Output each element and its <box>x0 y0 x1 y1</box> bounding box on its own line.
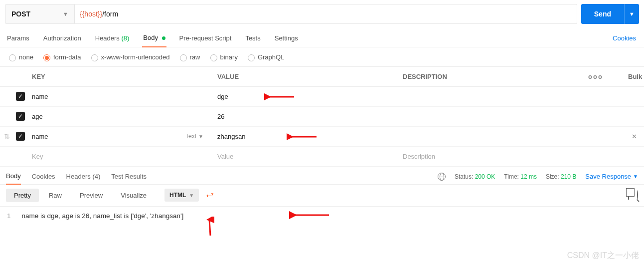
checkbox-checked-icon[interactable]: ✓ <box>16 112 25 121</box>
table-header-row: KEY VALUE DESCRIPTION ooo Bulk Edit <box>0 67 644 87</box>
col-description: DESCRIPTION <box>399 73 584 80</box>
table-row: ✓ age 26 <box>0 107 644 127</box>
radio-icon <box>9 54 16 61</box>
cell-key[interactable]: name <box>32 133 48 140</box>
body-type-graphql[interactable]: GraphQL <box>248 53 284 61</box>
url-variable: {{host}} <box>80 10 102 18</box>
radio-icon <box>43 54 50 61</box>
col-value: VALUE <box>213 73 399 80</box>
response-meta: Status: 200 OK Time: 12 ms Size: 210 B S… <box>438 173 638 181</box>
mode-pretty[interactable]: Pretty <box>6 189 39 202</box>
url-input[interactable]: {{host}}/form <box>75 4 577 24</box>
chevron-down-icon: ▼ <box>189 193 194 198</box>
response-text: name is dge, age is 26, name_list is ['d… <box>22 212 184 220</box>
form-data-table: KEY VALUE DESCRIPTION ooo Bulk Edit ✓ na… <box>0 66 644 167</box>
tab-pre-request[interactable]: Pre-request Script <box>178 30 233 47</box>
chevron-down-icon: ▼ <box>63 11 68 17</box>
drag-handle-icon[interactable]: ⇅ <box>0 132 12 140</box>
send-button[interactable]: Send <box>581 4 624 24</box>
body-type-options: none form-data x-www-form-urlencoded raw… <box>0 47 644 66</box>
mode-raw[interactable]: Raw <box>41 189 70 202</box>
res-tab-body[interactable]: Body <box>6 172 21 185</box>
request-tabs: Params Authorization Headers (8) Body Pr… <box>0 30 644 47</box>
tab-params[interactable]: Params <box>6 30 30 47</box>
res-tab-cookies[interactable]: Cookies <box>32 173 55 180</box>
type-dropdown[interactable]: Text▼ <box>185 133 209 140</box>
line-number: 1 <box>7 212 11 220</box>
radio-icon <box>180 54 187 61</box>
cookies-link[interactable]: Cookies <box>612 30 638 47</box>
cell-key[interactable]: name <box>28 93 213 100</box>
tab-headers[interactable]: Headers (8) <box>94 30 131 47</box>
body-type-raw[interactable]: raw <box>180 53 200 61</box>
annotation-arrow-icon <box>204 217 214 237</box>
cell-value[interactable]: 26 <box>213 113 399 120</box>
dot-indicator-icon <box>162 36 165 40</box>
chevron-down-icon: ▼ <box>198 134 203 139</box>
body-type-form-data[interactable]: form-data <box>43 53 81 61</box>
table-row: ✓ name dge <box>0 87 644 107</box>
copy-icon[interactable] <box>628 191 629 200</box>
annotation-arrow-icon <box>289 211 329 220</box>
cell-key[interactable]: age <box>28 113 213 120</box>
table-row-placeholder: Key Value Description <box>0 147 644 167</box>
globe-icon[interactable] <box>438 173 446 181</box>
res-headers-count: (4) <box>92 173 100 180</box>
res-tab-headers[interactable]: Headers (4) <box>66 173 101 180</box>
mode-preview[interactable]: Preview <box>72 189 111 202</box>
placeholder-key[interactable]: Key <box>28 153 213 160</box>
body-type-binary[interactable]: binary <box>210 53 238 61</box>
delete-row-button[interactable]: ✕ <box>624 133 644 140</box>
http-method-label: POST <box>11 10 30 18</box>
cell-value[interactable]: dge <box>213 93 399 100</box>
tab-settings[interactable]: Settings <box>274 30 299 47</box>
chevron-down-icon: ▼ <box>629 11 635 17</box>
language-select[interactable]: HTML▼ <box>164 189 199 202</box>
response-view-modes: Pretty Raw Preview Visualize HTML▼ ⮐ <box>0 185 644 207</box>
table-row: ⇅ ✓ name Text▼ zhangsan ✕ <box>0 127 644 147</box>
cell-value[interactable]: zhangsan <box>213 133 399 140</box>
save-response-button[interactable]: Save Response ▼ <box>585 173 638 180</box>
res-tab-test-results[interactable]: Test Results <box>111 173 147 180</box>
response-tabs: Body Cookies Headers (4) Test Results St… <box>0 167 644 185</box>
chevron-down-icon: ▼ <box>633 174 638 179</box>
mode-visualize[interactable]: Visualize <box>113 189 155 202</box>
send-dropdown-button[interactable]: ▼ <box>624 4 639 24</box>
body-type-none[interactable]: none <box>9 53 33 61</box>
bulk-edit-button[interactable]: Bulk Edit <box>624 73 644 80</box>
tab-body[interactable]: Body <box>142 30 166 47</box>
watermark: CSDN @IT之一小佬 <box>567 251 639 261</box>
tab-tests[interactable]: Tests <box>244 30 261 47</box>
tab-authorization[interactable]: Authorization <box>42 30 82 47</box>
wrap-lines-button[interactable]: ⮐ <box>206 191 214 200</box>
status-value: 200 OK <box>475 173 495 180</box>
url-path: /form <box>102 10 118 18</box>
size-value: 210 B <box>561 173 576 180</box>
tab-headers-label: Headers <box>95 34 120 42</box>
svg-line-3 <box>209 220 210 236</box>
body-type-x-www[interactable]: x-www-form-urlencoded <box>91 53 170 61</box>
radio-icon <box>248 54 255 61</box>
checkbox-checked-icon[interactable]: ✓ <box>16 132 25 141</box>
placeholder-desc[interactable]: Description <box>399 153 584 160</box>
col-key: KEY <box>28 73 213 80</box>
radio-icon <box>210 54 217 61</box>
more-options-icon[interactable]: ooo <box>584 73 624 80</box>
time-value: 12 ms <box>520 173 537 180</box>
search-icon[interactable] <box>637 191 638 200</box>
http-method-select[interactable]: POST ▼ <box>5 4 75 24</box>
tab-headers-count: (8) <box>121 34 129 42</box>
tab-body-label: Body <box>143 34 158 41</box>
placeholder-value[interactable]: Value <box>213 153 399 160</box>
radio-icon <box>91 54 98 61</box>
checkbox-checked-icon[interactable]: ✓ <box>16 92 25 101</box>
response-body: 1name is dge, age is 26, name_list is ['… <box>0 207 644 225</box>
